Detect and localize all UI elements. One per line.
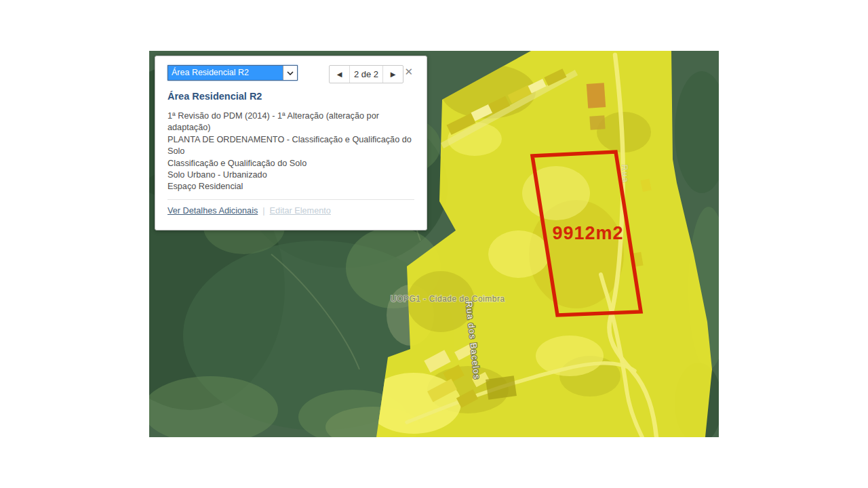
view-details-link[interactable]: Ver Detalhes Adicionais	[167, 206, 258, 216]
screenshot-root: Rua Rua dos Bacelos UOPG1 - Cidade de Co…	[0, 0, 868, 488]
feature-popup: Área Residencial R2 ◀ 2 de 2 ▶ ✕ Área Re…	[155, 56, 427, 230]
street-label-faint: Rua	[620, 164, 631, 184]
pager-count-label: 2 de 2	[349, 66, 383, 83]
popup-title: Área Residencial R2	[167, 91, 414, 102]
prev-feature-button[interactable]: ◀	[330, 66, 349, 83]
layer-select-value: Área Residencial R2	[168, 66, 283, 80]
description-line: Classificação e Qualificação do Solo	[167, 158, 414, 169]
popup-header: Área Residencial R2 ◀ 2 de 2 ▶ ✕	[167, 65, 414, 83]
links-separator: |	[262, 206, 264, 216]
parcel-area-label: 9912m2	[552, 223, 623, 243]
next-feature-button[interactable]: ▶	[383, 66, 403, 83]
edit-element-link[interactable]: Editar Elemento	[270, 206, 331, 216]
chevron-down-icon[interactable]	[283, 66, 297, 80]
close-icon[interactable]: ✕	[404, 65, 414, 77]
description-line: PLANTA DE ORDENAMENTO - Classificação e …	[167, 134, 414, 158]
popup-description: 1ª Revisão do PDM (2014) - 1ª Alteração …	[167, 110, 414, 193]
description-line: Solo Urbano - Urbanizado	[167, 169, 414, 181]
description-line: 1ª Revisão do PDM (2014) - 1ª Alteração …	[167, 110, 414, 134]
popup-links: Ver Detalhes Adicionais | Editar Element…	[167, 206, 414, 216]
layer-select[interactable]: Área Residencial R2	[167, 65, 298, 81]
map-watermark: UOPG1 - Cidade de Coimbra	[391, 294, 505, 304]
popup-divider	[167, 199, 414, 200]
description-line: Espaço Residencial	[167, 181, 414, 192]
feature-pager: ◀ 2 de 2 ▶	[329, 65, 403, 83]
